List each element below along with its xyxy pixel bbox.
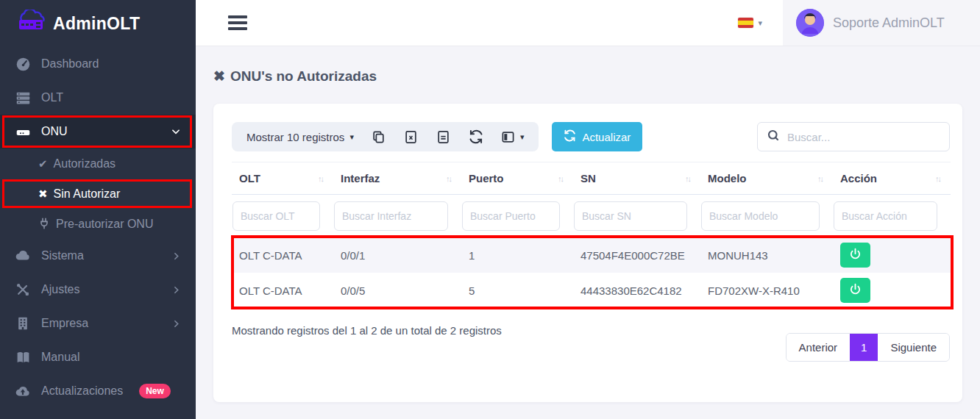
chevron-right-icon <box>171 285 181 295</box>
filter-accion-input[interactable] <box>834 201 937 231</box>
cloud-upload-icon <box>15 383 31 399</box>
topbar: ▾ Soporte AdminOLT <box>196 0 980 46</box>
sidebar-item-label: Dashboard <box>41 57 99 71</box>
app-logo[interactable]: AdminOLT <box>0 0 196 47</box>
power-icon <box>849 283 862 298</box>
actualizar-button[interactable]: Actualizar <box>552 122 642 151</box>
table-row[interactable]: OLT C-DATA 0/0/5 5 44433830E62C4182 FD70… <box>232 273 951 308</box>
sidebar-item-label: ONU <box>41 125 68 138</box>
records-summary: Mostrando registros del 1 al 2 de un tot… <box>232 324 502 337</box>
x-icon: ✖ <box>213 68 225 85</box>
building-icon <box>15 315 31 332</box>
column-header-interfaz[interactable]: Interfaz↑↓ <box>333 172 461 185</box>
sidebar-item-olt[interactable]: OLT <box>0 81 196 115</box>
export-excel-icon[interactable] <box>404 129 419 144</box>
cell-olt: OLT C-DATA <box>232 284 333 297</box>
column-header-sn[interactable]: SN↑↓ <box>573 172 700 185</box>
pagination: Anterior 1 Siguiente <box>786 333 950 362</box>
export-file-icon[interactable] <box>436 129 451 144</box>
column-visibility-dropdown[interactable]: ▾ <box>501 129 525 144</box>
sidebar-item-empresa[interactable]: Empresa <box>0 307 196 340</box>
filter-interfaz-input[interactable] <box>334 201 448 231</box>
hamburger-menu-icon[interactable] <box>228 15 247 30</box>
sidebar-item-sistema[interactable]: Sistema <box>0 239 196 273</box>
reload-icon[interactable] <box>469 129 483 144</box>
sidebar-item-label: Pre-autorizar ONU <box>56 218 153 231</box>
sidebar-item-manual[interactable]: Manual <box>0 340 196 374</box>
sort-icon[interactable]: ↑↓ <box>318 174 323 183</box>
sidebar-item-label: Sistema <box>41 249 84 262</box>
sidebar-item-onu[interactable]: ONU <box>0 115 196 148</box>
table-body: OLT C-DATA 0/0/1 1 47504F4E000C72BE MONU… <box>232 237 951 308</box>
server-stack-icon <box>15 90 31 106</box>
cell-modelo: MONUH143 <box>700 249 833 262</box>
previous-page-button[interactable]: Anterior <box>787 334 851 361</box>
sort-icon[interactable]: ↑↓ <box>817 174 823 183</box>
sidebar-item-label: Actualizaciones <box>41 384 123 398</box>
column-header-puerto[interactable]: Puerto↑↓ <box>461 172 573 185</box>
authorize-power-button[interactable] <box>840 278 870 303</box>
sidebar-item-actualizaciones[interactable]: Actualizaciones New <box>0 374 196 408</box>
refresh-icon <box>564 129 576 144</box>
sort-icon[interactable]: ↑↓ <box>558 174 563 183</box>
chevron-right-icon <box>171 319 181 329</box>
language-selector[interactable]: ▾ <box>738 18 762 28</box>
chevron-down-icon <box>171 126 181 137</box>
main-area: ▾ Soporte AdminOLT ✖ ONU's no Autorizada… <box>196 0 980 419</box>
cell-interfaz: 0/0/1 <box>333 249 461 262</box>
sidebar-item-autorizadas[interactable]: ✔ Autorizadas <box>0 148 196 179</box>
table-header-row: OLT↑↓ Interfaz↑↓ Puerto↑↓ SN↑↓ Modelo↑↓ … <box>232 162 951 195</box>
search-box <box>757 122 950 151</box>
sidebar-item-ajustes[interactable]: Ajustes <box>0 273 196 307</box>
new-badge: New <box>139 384 171 398</box>
cell-modelo: FD702XW-X-R410 <box>700 284 833 297</box>
toolbar-group: Mostrar 10 registros ▾ <box>232 122 539 151</box>
page-content: ✖ ONU's no Autorizadas Mostrar 10 regist… <box>196 46 980 419</box>
filter-puerto-input[interactable] <box>462 201 560 231</box>
cell-interfaz: 0/0/5 <box>333 284 461 297</box>
power-icon <box>849 248 862 262</box>
cloud-icon <box>15 248 31 264</box>
table-toolbar: Mostrar 10 registros ▾ <box>232 122 951 151</box>
topbar-right: ▾ Soporte AdminOLT <box>738 0 980 46</box>
search-input[interactable] <box>787 131 940 143</box>
column-header-accion[interactable]: Acción↑↓ <box>833 172 951 185</box>
column-header-olt[interactable]: OLT↑↓ <box>232 172 333 185</box>
show-entries-dropdown[interactable]: Mostrar 10 registros ▾ <box>246 131 354 143</box>
user-avatar <box>796 9 824 37</box>
search-icon <box>767 129 780 145</box>
cell-sn: 44433830E62C4182 <box>573 284 700 297</box>
cell-puerto: 5 <box>461 284 573 297</box>
data-table: OLT↑↓ Interfaz↑↓ Puerto↑↓ SN↑↓ Modelo↑↓ … <box>232 162 951 308</box>
table-card: Mostrar 10 registros ▾ <box>213 104 962 402</box>
sort-icon[interactable]: ↑↓ <box>935 174 940 183</box>
table-footer: Mostrando registros del 1 al 2 de un tot… <box>232 324 951 362</box>
plug-icon <box>38 218 50 231</box>
column-header-modelo[interactable]: Modelo↑↓ <box>700 172 833 185</box>
page-title: ✖ ONU's no Autorizadas <box>213 68 962 85</box>
sort-icon[interactable]: ↑↓ <box>685 174 690 183</box>
table-row[interactable]: OLT C-DATA 0/0/1 1 47504F4E000C72BE MONU… <box>232 237 951 273</box>
sidebar-item-label: Ajustes <box>41 283 79 296</box>
sidebar-item-label: Sin Autorizar <box>54 187 121 201</box>
caret-down-icon: ▾ <box>520 132 525 142</box>
sort-icon[interactable]: ↑↓ <box>446 174 451 183</box>
authorize-power-button[interactable] <box>840 243 870 268</box>
filter-modelo-input[interactable] <box>701 201 820 231</box>
sidebar-item-label: Manual <box>41 351 79 364</box>
sidebar-nav: Dashboard OLT ONU ✔ Autoriz <box>0 47 196 408</box>
check-icon: ✔ <box>38 158 48 169</box>
sidebar-item-sin-autorizar[interactable]: ✖ Sin Autorizar <box>0 179 196 209</box>
next-page-button[interactable]: Siguiente <box>878 334 949 361</box>
tools-icon <box>15 282 31 298</box>
filter-olt-input[interactable] <box>232 201 320 231</box>
app-title: AdminOLT <box>53 14 140 34</box>
current-page-button[interactable]: 1 <box>850 334 878 361</box>
speedometer-icon <box>15 56 31 72</box>
user-menu[interactable]: Soporte AdminOLT <box>783 0 980 46</box>
sidebar-item-dashboard[interactable]: Dashboard <box>0 47 196 81</box>
cell-sn: 47504F4E000C72BE <box>573 249 700 262</box>
sidebar-item-pre-autorizar[interactable]: Pre-autorizar ONU <box>0 209 196 239</box>
copy-icon[interactable] <box>372 129 386 144</box>
filter-sn-input[interactable] <box>574 201 687 231</box>
